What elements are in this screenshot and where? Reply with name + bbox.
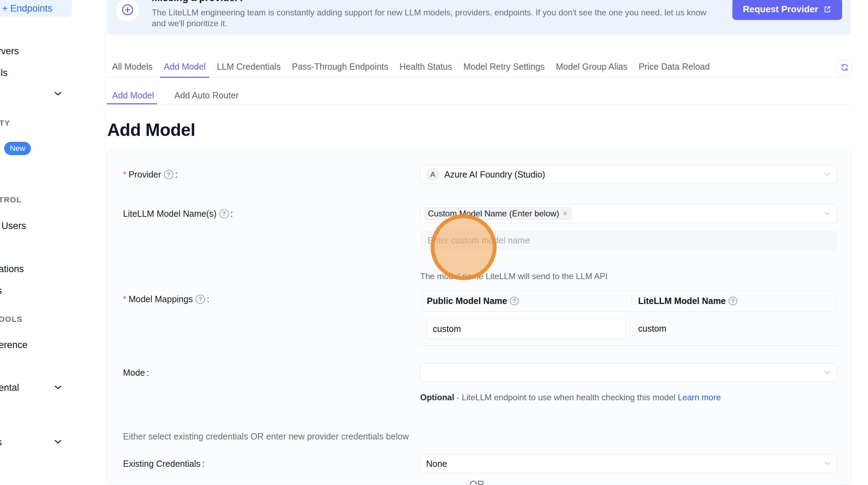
provider-avatar: A	[426, 168, 439, 181]
required-asterisk: *	[123, 294, 127, 304]
sidebar-section-access-control: TROL	[0, 195, 22, 205]
tag-close-icon[interactable]	[563, 210, 568, 217]
help-icon[interactable]	[164, 170, 173, 179]
mode-select[interactable]	[420, 363, 837, 382]
plus-circle-icon	[116, 0, 139, 21]
chevron-down-icon	[824, 370, 831, 375]
model-mappings-label: * Model Mappings :	[123, 294, 209, 304]
required-asterisk: *	[123, 169, 127, 180]
model-name-tag: Custom Model Name (Enter below)	[424, 207, 572, 220]
add-model-subtabs: Add Model Add Auto Router	[107, 87, 851, 104]
table-row: custom	[421, 312, 837, 346]
credentials-note: Either select existing credentials OR en…	[123, 431, 409, 442]
litellm-model-name-value: custom	[638, 324, 667, 334]
tab-pass-through-endpoints[interactable]: Pass-Through Endpoints	[292, 62, 388, 72]
sidebar-item-teams[interactable]: s	[0, 285, 2, 296]
model-tabs: All Models Add Model LLM Credentials Pas…	[107, 56, 851, 77]
model-names-label: LiteLLM Model Name(s) :	[123, 209, 233, 219]
sidebar-item-models-endpoints[interactable]: + Endpoints	[0, 0, 72, 17]
existing-credentials-label: Existing Credentials :	[123, 459, 205, 469]
sidebar-item-internal-users[interactable]: Users	[1, 221, 26, 231]
banner-title: Missing a provider?	[152, 0, 245, 4]
subtab-add-auto-router[interactable]: Add Auto Router	[175, 90, 239, 101]
chevron-down-icon	[824, 462, 831, 466]
model-name-helper: The model name LiteLLM will send to the …	[420, 271, 608, 281]
banner-description: The LiteLLM engineering team is constant…	[152, 7, 719, 29]
mode-label: Mode :	[123, 368, 149, 378]
model-names-multiselect[interactable]: Custom Model Name (Enter below)	[420, 204, 837, 223]
chevron-down-icon[interactable]	[53, 383, 63, 392]
chevron-down-icon	[824, 212, 831, 216]
tab-price-data-reload[interactable]: Price Data Reload	[638, 62, 710, 72]
chevron-down-icon[interactable]	[53, 437, 63, 446]
provider-select-value: Azure AI Foundry (Studio)	[444, 169, 545, 180]
public-model-name-input[interactable]	[426, 319, 627, 339]
provider-banner: Missing a provider? The LiteLLM engineer…	[107, 0, 851, 34]
learn-more-link[interactable]: Learn more	[678, 393, 721, 402]
mode-helper: Optional - LiteLLM endpoint to use when …	[420, 390, 722, 404]
existing-credentials-select[interactable]: None	[420, 454, 837, 473]
provider-select[interactable]: A Azure AI Foundry (Studio)	[420, 165, 837, 184]
model-mappings-table: Public Model Name LiteLLM Model Name cus…	[420, 290, 837, 346]
chevron-down-icon	[824, 172, 831, 176]
sidebar-item-settings[interactable]: s	[0, 437, 2, 448]
provider-label: * Provider :	[123, 169, 178, 180]
request-provider-button[interactable]: Request Provider	[732, 0, 842, 20]
refresh-icon	[840, 63, 849, 72]
active-subtab-underline	[107, 103, 157, 104]
refresh-button[interactable]	[837, 60, 852, 75]
new-badge: New	[4, 142, 31, 155]
litellm-admin-screen: + Endpoints rvers ils TY New TROL Users …	[0, 0, 868, 485]
help-icon[interactable]	[510, 297, 519, 305]
tab-llm-credentials[interactable]: LLM Credentials	[217, 62, 281, 72]
help-icon[interactable]	[219, 209, 229, 219]
sidebar-section-security: TY	[0, 119, 10, 128]
subtab-add-model[interactable]: Add Model	[112, 90, 154, 101]
sidebar-item-guardrails[interactable]: ils	[0, 68, 8, 78]
add-model-card: * Provider : A Azure AI Foundry (Studio)…	[107, 150, 852, 485]
tab-add-model[interactable]: Add Model	[164, 62, 206, 72]
tab-model-retry-settings[interactable]: Model Retry Settings	[463, 62, 545, 72]
tab-all-models[interactable]: All Models	[112, 62, 152, 72]
column-public-model-name: Public Model Name	[421, 291, 632, 311]
tab-model-group-alias[interactable]: Model Group Alias	[556, 62, 627, 72]
column-litellm-model-name: LiteLLM Model Name	[632, 291, 737, 311]
chevron-down-icon[interactable]	[53, 89, 63, 98]
sidebar-item-experimental[interactable]: ental	[0, 382, 19, 393]
page-title: Add Model	[107, 120, 195, 140]
external-link-icon	[823, 5, 832, 13]
request-provider-label: Request Provider	[743, 4, 818, 15]
existing-credentials-value: None	[426, 459, 447, 469]
help-icon[interactable]	[729, 297, 737, 305]
sidebar-section-tools: OOLS	[0, 315, 22, 324]
sidebar: + Endpoints rvers ils TY New TROL Users …	[0, 0, 106, 485]
or-divider: OR	[470, 479, 484, 485]
table-header: Public Model Name LiteLLM Model Name	[421, 291, 837, 312]
help-icon[interactable]	[196, 295, 205, 304]
tab-health-status[interactable]: Health Status	[399, 62, 452, 72]
sidebar-item-organizations[interactable]: ations	[0, 264, 24, 275]
sidebar-item-api-reference[interactable]: erence	[0, 340, 28, 351]
sidebar-item-mcp-servers[interactable]: rvers	[0, 46, 19, 57]
sidebar-item-label: + Endpoints	[2, 3, 52, 14]
custom-model-name-input[interactable]	[420, 231, 837, 250]
